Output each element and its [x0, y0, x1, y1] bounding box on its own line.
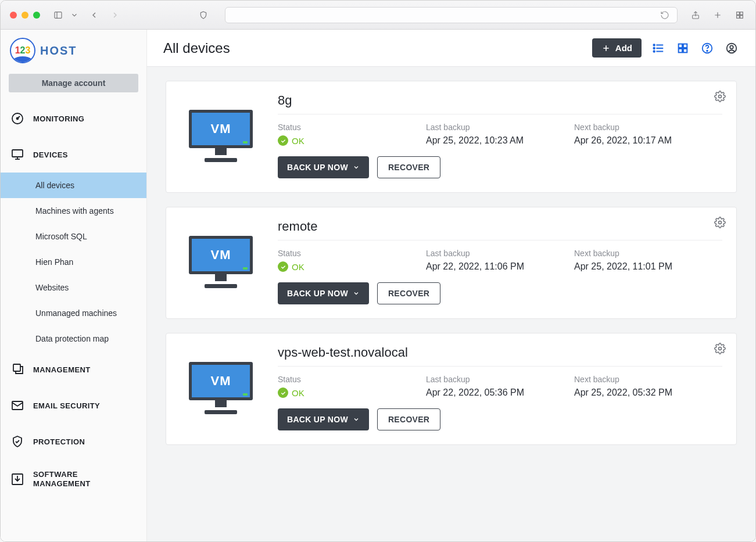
subnav-microsoft-sql[interactable]: Microsoft SQL — [1, 224, 146, 249]
address-bar[interactable] — [225, 7, 678, 23]
window-controls — [10, 12, 40, 19]
add-button[interactable]: Add — [592, 38, 642, 58]
logo-badge: 123 — [10, 38, 35, 63]
nav-software-management[interactable]: SOFTWARE MANAGEMENT — [1, 460, 146, 498]
download-box-icon — [10, 472, 25, 487]
device-card[interactable]: VM 8g Status OK — [166, 81, 737, 193]
topbar: All devices Add — [147, 30, 755, 67]
next-backup-value: Apr 25, 2022, 05:32 PM — [574, 387, 722, 398]
forward-icon[interactable] — [109, 9, 121, 21]
chevron-down-icon — [353, 290, 360, 297]
svg-point-24 — [653, 47, 654, 48]
subnav-unmanaged[interactable]: Unmanaged machines — [1, 300, 146, 326]
svg-point-34 — [719, 95, 722, 98]
device-list: VM 8g Status OK — [147, 67, 755, 459]
new-tab-icon[interactable] — [711, 9, 724, 21]
mail-icon — [10, 398, 25, 413]
svg-point-36 — [719, 347, 722, 350]
svg-rect-11 — [12, 150, 23, 157]
svg-rect-0 — [55, 12, 62, 18]
close-window[interactable] — [10, 12, 17, 19]
check-circle-icon — [278, 261, 288, 272]
svg-rect-27 — [683, 44, 687, 47]
grid-view-icon[interactable] — [675, 41, 690, 56]
chevron-down-icon — [353, 164, 360, 171]
maximize-window[interactable] — [33, 12, 40, 19]
page-title: All devices — [163, 40, 583, 56]
main-panel: All devices Add VM 8g — [147, 30, 755, 542]
last-backup-value: Apr 22, 2022, 11:06 PM — [426, 261, 574, 272]
brand-name: HOST — [40, 44, 77, 58]
gear-icon[interactable] — [714, 343, 726, 357]
subnav-hien-phan[interactable]: Hien Phan — [1, 249, 146, 275]
gear-icon[interactable] — [714, 217, 726, 231]
stack-icon — [10, 362, 25, 377]
gear-icon[interactable] — [714, 91, 726, 105]
share-icon[interactable] — [689, 9, 702, 21]
next-backup-label: Next backup — [574, 249, 722, 258]
subnav-machines-agents[interactable]: Machines with agents — [1, 198, 146, 224]
recover-button[interactable]: RECOVER — [377, 282, 440, 304]
last-backup-value: Apr 22, 2022, 05:36 PM — [426, 387, 574, 398]
devices-subnav: All devices Machines with agents Microso… — [1, 173, 146, 351]
monitor-icon — [10, 147, 25, 162]
add-button-label: Add — [615, 43, 632, 53]
vm-badge: VM — [189, 236, 253, 274]
backup-now-button[interactable]: BACK UP NOW — [278, 408, 369, 430]
nav-label: MANAGEMENT — [33, 365, 91, 374]
list-view-icon[interactable] — [651, 41, 666, 56]
backup-now-button[interactable]: BACK UP NOW — [278, 282, 369, 304]
minimize-window[interactable] — [22, 12, 28, 19]
recover-button[interactable]: RECOVER — [377, 156, 440, 178]
svg-rect-26 — [679, 44, 682, 47]
tracking-shield-icon[interactable] — [197, 9, 210, 21]
device-thumbnail: VM — [180, 345, 261, 430]
browser-chrome — [1, 1, 755, 30]
svg-point-25 — [653, 51, 654, 52]
device-name: remote — [278, 219, 722, 241]
device-thumbnail: VM — [180, 219, 261, 304]
chevron-down-icon — [353, 416, 360, 423]
next-backup-value: Apr 26, 2022, 10:17 AM — [574, 135, 722, 146]
chevron-down-icon[interactable] — [70, 9, 78, 21]
nav-email-security[interactable]: EMAIL SECURITY — [1, 387, 146, 423]
manage-account-button[interactable]: Manage account — [9, 74, 138, 92]
nav-devices[interactable]: DEVICES — [1, 137, 146, 173]
device-card[interactable]: VM remote Status OK — [166, 207, 737, 319]
svg-point-33 — [730, 45, 733, 49]
nav-label: MONITORING — [33, 114, 84, 123]
svg-point-31 — [707, 50, 708, 51]
check-circle-icon — [278, 387, 288, 398]
nav-management[interactable]: MANAGEMENT — [1, 351, 146, 387]
sidebar: 123 HOST Manage account MONITORING DEVIC… — [1, 30, 147, 542]
nav-monitoring[interactable]: MONITORING — [1, 100, 146, 137]
shield-check-icon — [10, 434, 25, 449]
subnav-all-devices[interactable]: All devices — [1, 173, 146, 198]
plus-icon — [601, 44, 611, 53]
svg-rect-14 — [13, 364, 20, 371]
status-value: OK — [278, 261, 426, 272]
svg-rect-6 — [740, 12, 743, 15]
nav-label: PROTECTION — [33, 437, 85, 446]
sidebar-toggle-icon[interactable] — [52, 9, 65, 21]
device-card[interactable]: VM vps-web-test.novalocal Status OK — [166, 333, 737, 445]
tab-overview-icon[interactable] — [733, 9, 746, 21]
reload-icon[interactable] — [658, 9, 671, 21]
status-label: Status — [278, 123, 426, 132]
nav-protection[interactable]: PROTECTION — [1, 423, 146, 460]
gauge-icon — [10, 111, 25, 126]
recover-button[interactable]: RECOVER — [377, 408, 440, 430]
vm-badge: VM — [189, 110, 253, 148]
back-icon[interactable] — [88, 9, 101, 21]
backup-now-button[interactable]: BACK UP NOW — [278, 156, 369, 178]
brand-logo: 123 HOST — [1, 30, 146, 69]
svg-point-35 — [719, 221, 722, 224]
status-value: OK — [278, 135, 426, 146]
status-value: OK — [278, 387, 426, 398]
account-icon[interactable] — [724, 41, 739, 56]
help-icon[interactable] — [700, 41, 715, 56]
subnav-data-protection-map[interactable]: Data protection map — [1, 326, 146, 351]
svg-rect-29 — [683, 48, 687, 52]
next-backup-value: Apr 25, 2022, 11:01 PM — [574, 261, 722, 272]
subnav-websites[interactable]: Websites — [1, 275, 146, 300]
